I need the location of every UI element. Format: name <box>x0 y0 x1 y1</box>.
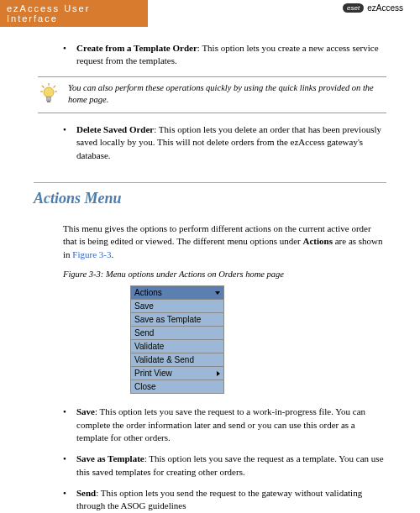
menu-item-label: Validate <box>134 342 164 351</box>
bullet-dot-icon: • <box>63 487 76 513</box>
bullet-label: Delete Saved Order <box>76 124 154 134</box>
menu-item[interactable]: Save <box>131 300 223 313</box>
bullet-create-template: • Create from a Template Order: This opt… <box>63 42 386 68</box>
menu-item-label: Save <box>134 301 154 311</box>
bullet-desc: : This option lets you send the request … <box>76 488 362 510</box>
section-heading: Actions Menu <box>34 190 386 207</box>
bullet-save: • Save: This option lets you save the re… <box>63 406 386 444</box>
tip-box: You can also perform these operations qu… <box>38 76 386 113</box>
menu-item[interactable]: Validate <box>131 340 223 353</box>
menu-item[interactable]: Validate & Send <box>131 353 223 367</box>
bullet-desc: : This option lets you save the request … <box>76 406 365 442</box>
bullet-label: Save as Template <box>76 453 144 463</box>
menu-item[interactable]: Save as Template <box>131 313 223 327</box>
bullet-dot-icon: • <box>63 406 76 444</box>
content-area: • Create from a Template Order: This opt… <box>0 42 420 513</box>
chevron-right-icon <box>217 371 220 376</box>
svg-line-1 <box>42 86 45 88</box>
svg-rect-6 <box>47 97 51 101</box>
bullet-label: Save <box>76 406 95 416</box>
section-rule <box>34 182 386 183</box>
bullet-send: • Send: This option lets you send the re… <box>63 487 386 513</box>
actions-menu: Actions SaveSave as TemplateSendValidate… <box>130 285 224 394</box>
svg-line-2 <box>54 86 56 88</box>
menu-item-label: Close <box>134 382 156 391</box>
page: ezAccess User Interface eset ezAccess • … <box>0 0 420 513</box>
menu-header[interactable]: Actions <box>131 286 223 300</box>
menu-item[interactable]: Send <box>131 327 223 340</box>
menu-item-label: Send <box>134 328 154 338</box>
chevron-down-icon <box>215 291 220 295</box>
logo-text: ezAccess <box>367 3 403 13</box>
bullet-dot-icon: • <box>63 453 76 479</box>
intro-paragraph: This menu gives the options to perform d… <box>63 222 386 261</box>
lightbulb-icon <box>38 82 60 107</box>
menu-item[interactable]: Print View <box>131 367 223 380</box>
logo: eset ezAccess <box>343 3 403 13</box>
figure-caption: Figure 3-3: Menu options under Actions o… <box>63 270 386 279</box>
menu-header-label: Actions <box>134 288 162 297</box>
header-banner: ezAccess User Interface <box>0 0 148 27</box>
menu-item-label: Save as Template <box>134 315 201 324</box>
bullet-save-template: • Save as Template: This option lets you… <box>63 453 386 479</box>
bullet-dot-icon: • <box>63 123 76 162</box>
menu-item[interactable]: Close <box>131 380 223 393</box>
bullet-label: Create from a Template Order <box>76 43 197 53</box>
logo-badge: eset <box>343 3 364 13</box>
bullet-delete-saved: • Delete Saved Order: This option lets y… <box>63 123 386 162</box>
bullet-label: Send <box>76 488 96 498</box>
bullet-dot-icon: • <box>63 42 76 68</box>
svg-rect-7 <box>47 101 50 102</box>
menu-item-label: Validate & Send <box>134 355 194 364</box>
svg-point-5 <box>44 87 54 97</box>
tip-text: You can also perform these operations qu… <box>68 82 386 107</box>
menu-item-label: Print View <box>134 369 172 378</box>
figure-link[interactable]: Figure 3-3 <box>72 249 111 259</box>
